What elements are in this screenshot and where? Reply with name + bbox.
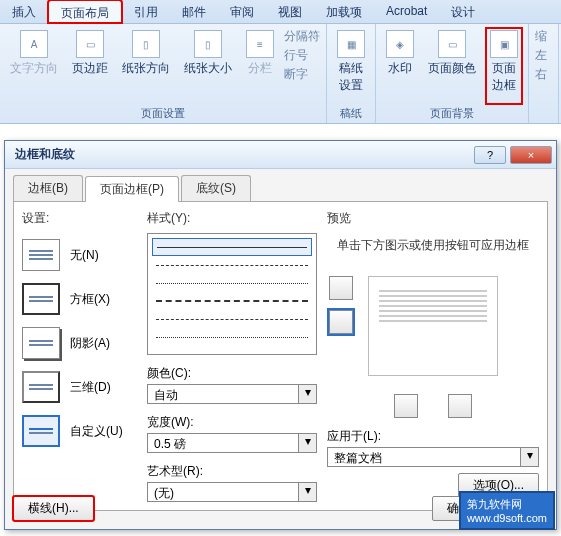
- ribbon-body: A文字方向 ▭页边距 ▯纸张方向 ▯纸张大小 ≡分栏 分隔符 行号 断字 页面设…: [0, 24, 561, 124]
- style-dash2[interactable]: [152, 292, 312, 310]
- border-bottom-button[interactable]: [329, 310, 353, 334]
- setting-custom[interactable]: 自定义(U): [22, 415, 137, 447]
- btn-hyphenation[interactable]: 断字: [284, 66, 320, 83]
- shadow-icon: [22, 327, 60, 359]
- margins-icon: ▭: [76, 30, 104, 58]
- group-page-background: ◈水印 ▭页面颜色 ▣页面 边框 页面背景: [376, 24, 529, 123]
- setting-shadow[interactable]: 阴影(A): [22, 327, 137, 359]
- threed-icon: [22, 371, 60, 403]
- settings-column: 设置: 无(N) 方框(X) 阴影(A) 三维(D) 自定义(U): [22, 210, 137, 502]
- color-combo[interactable]: 自动▾: [147, 384, 317, 404]
- btn-orientation[interactable]: ▯纸张方向: [118, 28, 174, 104]
- tab-view[interactable]: 视图: [266, 0, 314, 23]
- style-list[interactable]: [147, 233, 317, 355]
- btn-breaks[interactable]: 分隔符: [284, 28, 320, 45]
- btn-page-border[interactable]: ▣页面 边框: [486, 28, 522, 104]
- ribbon-tabs: 插入 页面布局 引用 邮件 审阅 视图 加载项 Acrobat 设计: [0, 0, 561, 24]
- manuscript-icon: ▦: [337, 30, 365, 58]
- dialog-tabs: 边框(B) 页面边框(P) 底纹(S): [5, 169, 556, 201]
- preview-box: [327, 266, 539, 386]
- style-dashdotdot[interactable]: [152, 328, 312, 346]
- setting-none[interactable]: 无(N): [22, 239, 137, 271]
- none-icon: [22, 239, 60, 271]
- setting-box[interactable]: 方框(X): [22, 283, 137, 315]
- help-button[interactable]: ?: [474, 146, 506, 164]
- btn-text-direction[interactable]: A文字方向: [6, 28, 62, 104]
- group-label-background: 页面背景: [382, 104, 522, 123]
- style-dash1[interactable]: [152, 256, 312, 274]
- preview-hint: 单击下方图示或使用按钮可应用边框: [327, 237, 539, 254]
- tab-page-layout[interactable]: 页面布局: [48, 0, 122, 23]
- tab-references[interactable]: 引用: [122, 0, 170, 23]
- btn-size[interactable]: ▯纸张大小: [180, 28, 236, 104]
- dialog-title: 边框和底纹: [15, 146, 470, 163]
- preview-label: 预览: [327, 210, 539, 227]
- tab-border[interactable]: 边框(B): [13, 175, 83, 201]
- style-dashdot[interactable]: [152, 310, 312, 328]
- art-label: 艺术型(R):: [147, 463, 317, 480]
- page-setup-extras: 分隔符 行号 断字: [284, 28, 320, 104]
- width-label: 宽度(W):: [147, 414, 317, 431]
- borders-shading-dialog: 边框和底纹 ? × 边框(B) 页面边框(P) 底纹(S) 设置: 无(N) 方…: [4, 140, 557, 530]
- size-icon: ▯: [194, 30, 222, 58]
- apply-label: 应用于(L):: [327, 428, 539, 445]
- border-right-button[interactable]: [448, 394, 472, 418]
- tab-shading[interactable]: 底纹(S): [181, 175, 251, 201]
- btn-manuscript[interactable]: ▦稿纸 设置: [333, 28, 369, 104]
- apply-combo[interactable]: 整篇文档▾: [327, 447, 539, 467]
- btn-line-numbers[interactable]: 行号: [284, 47, 320, 64]
- style-dot[interactable]: [152, 274, 312, 292]
- group-indent: 缩左右: [529, 24, 559, 123]
- dialog-body: 设置: 无(N) 方框(X) 阴影(A) 三维(D) 自定义(U) 样式(Y):…: [13, 201, 548, 511]
- tab-page-border-dlg[interactable]: 页面边框(P): [85, 176, 179, 202]
- group-label-page-setup: 页面设置: [6, 104, 320, 123]
- watermark-icon: ◈: [386, 30, 414, 58]
- btn-page-color[interactable]: ▭页面颜色: [424, 28, 480, 104]
- style-label: 样式(Y):: [147, 210, 317, 227]
- tab-design[interactable]: 设计: [439, 0, 487, 23]
- box-icon: [22, 283, 60, 315]
- dialog-titlebar: 边框和底纹 ? ×: [5, 141, 556, 169]
- watermark-badge: 第九软件网 www.d9soft.com: [459, 491, 555, 530]
- btn-margins[interactable]: ▭页边距: [68, 28, 112, 104]
- dropdown-arrow-icon: ▾: [298, 385, 316, 403]
- orientation-icon: ▯: [132, 30, 160, 58]
- page-border-icon: ▣: [490, 30, 518, 58]
- group-page-setup: A文字方向 ▭页边距 ▯纸张方向 ▯纸张大小 ≡分栏 分隔符 行号 断字 页面设…: [0, 24, 327, 123]
- page-color-icon: ▭: [438, 30, 466, 58]
- tab-mailings[interactable]: 邮件: [170, 0, 218, 23]
- style-column: 样式(Y): 颜色(C): 自动▾ 宽度(W): 0.5 磅▾ 艺术型(R): …: [147, 210, 317, 502]
- style-solid[interactable]: [152, 238, 312, 256]
- setting-3d[interactable]: 三维(D): [22, 371, 137, 403]
- dropdown-arrow-icon: ▾: [520, 448, 538, 466]
- group-manuscript: ▦稿纸 设置 稿纸: [327, 24, 376, 123]
- close-button[interactable]: ×: [510, 146, 552, 164]
- custom-icon: [22, 415, 60, 447]
- columns-icon: ≡: [246, 30, 274, 58]
- tab-review[interactable]: 审阅: [218, 0, 266, 23]
- dropdown-arrow-icon: ▾: [298, 434, 316, 452]
- btn-watermark[interactable]: ◈水印: [382, 28, 418, 104]
- btn-columns[interactable]: ≡分栏: [242, 28, 278, 104]
- hline-button[interactable]: 横线(H)...: [13, 496, 94, 521]
- tab-insert[interactable]: 插入: [0, 0, 48, 23]
- color-label: 颜色(C):: [147, 365, 317, 382]
- preview-column: 预览 单击下方图示或使用按钮可应用边框 应用于(L): 整篇文档▾ 选项(O).…: [327, 210, 539, 502]
- border-left-button[interactable]: [394, 394, 418, 418]
- width-combo[interactable]: 0.5 磅▾: [147, 433, 317, 453]
- settings-label: 设置:: [22, 210, 137, 227]
- text-direction-icon: A: [20, 30, 48, 58]
- tab-acrobat[interactable]: Acrobat: [374, 0, 439, 23]
- group-label-manuscript: 稿纸: [333, 104, 369, 123]
- preview-page[interactable]: [368, 276, 498, 376]
- tab-addins[interactable]: 加载项: [314, 0, 374, 23]
- border-top-button[interactable]: [329, 276, 353, 300]
